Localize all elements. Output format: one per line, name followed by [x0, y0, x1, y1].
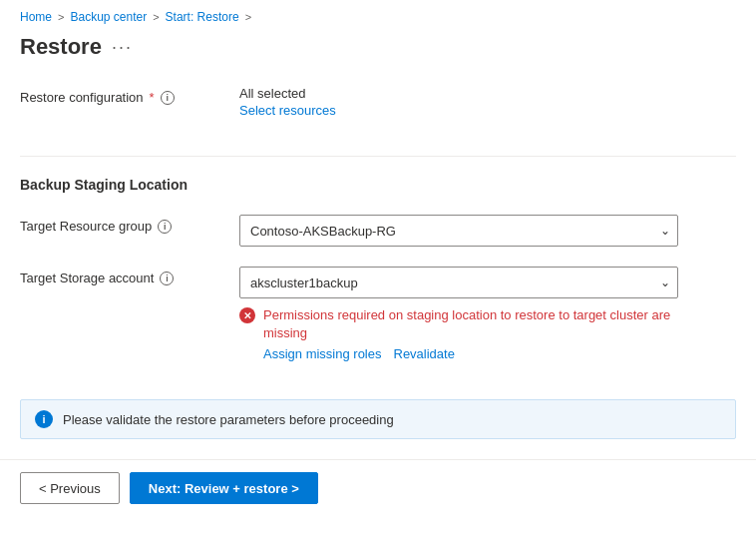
breadcrumb-start-restore[interactable]: Start: Restore [166, 10, 239, 24]
error-content: Permissions required on staging location… [263, 306, 678, 361]
breadcrumb-home[interactable]: Home [20, 10, 52, 24]
error-circle-icon: ✕ [239, 307, 255, 323]
breadcrumb-sep-3: > [245, 11, 251, 23]
assign-missing-roles-link[interactable]: Assign missing roles [263, 346, 382, 361]
restore-config-label: Restore configuration * i [20, 86, 219, 105]
more-options-icon[interactable]: ··· [112, 37, 133, 58]
target-resource-group-label-text: Target Resource group [20, 219, 152, 234]
restore-config-info-icon[interactable]: i [161, 91, 175, 105]
breadcrumb-backup-center[interactable]: Backup center [70, 10, 147, 24]
storage-account-field-group: akscluster1backup ⌄ ✕ Permissions requir… [239, 267, 678, 361]
info-bar-icon: i [35, 410, 53, 428]
restore-config-label-text: Restore configuration [20, 90, 144, 105]
target-storage-account-label-text: Target Storage account [20, 271, 154, 285]
target-storage-account-info-icon[interactable]: i [160, 272, 174, 285]
page-title: Restore [20, 34, 102, 60]
permission-error-block: ✕ Permissions required on staging locati… [239, 306, 678, 361]
main-content: Restore configuration * i All selected S… [0, 76, 756, 439]
backup-staging-title: Backup Staging Location [20, 161, 736, 205]
revalidate-link[interactable]: Revalidate [394, 346, 455, 361]
target-resource-group-dropdown-container: Contoso-AKSBackup-RG ⌄ [239, 215, 678, 247]
restore-config-value: All selected Select resources [239, 86, 336, 118]
footer: < Previous Next: Review + restore > [0, 459, 756, 516]
target-storage-account-dropdown[interactable]: akscluster1backup [239, 267, 678, 298]
previous-button[interactable]: < Previous [20, 472, 120, 504]
breadcrumb-sep-2: > [153, 11, 159, 23]
target-storage-account-label: Target Storage account i [20, 267, 219, 285]
target-storage-account-row: Target Storage account i akscluster1back… [20, 257, 736, 371]
breadcrumb-sep-1: > [58, 11, 64, 23]
info-bar-text: Please validate the restore parameters b… [63, 412, 394, 427]
select-resources-link[interactable]: Select resources [239, 103, 336, 118]
error-message-text: Permissions required on staging location… [263, 306, 678, 342]
breadcrumb: Home > Backup center > Start: Restore > [0, 0, 756, 30]
page-header: Restore ··· [0, 30, 756, 76]
error-action-links: Assign missing roles Revalidate [263, 346, 678, 361]
restore-config-row: Restore configuration * i All selected S… [20, 76, 736, 128]
target-storage-account-dropdown-container: akscluster1backup ⌄ [239, 267, 678, 298]
target-resource-group-row: Target Resource group i Contoso-AKSBacku… [20, 205, 736, 257]
section-divider [20, 156, 736, 157]
restore-config-section: Restore configuration * i All selected S… [20, 76, 736, 128]
required-indicator: * [150, 90, 155, 105]
target-resource-group-dropdown[interactable]: Contoso-AKSBackup-RG [239, 215, 678, 247]
target-resource-group-label: Target Resource group i [20, 215, 219, 234]
backup-staging-section: Backup Staging Location Target Resource … [20, 161, 736, 371]
next-button[interactable]: Next: Review + restore > [130, 472, 318, 504]
info-bar: i Please validate the restore parameters… [20, 399, 736, 439]
all-selected-text: All selected [239, 86, 336, 101]
target-resource-group-info-icon[interactable]: i [158, 220, 172, 234]
